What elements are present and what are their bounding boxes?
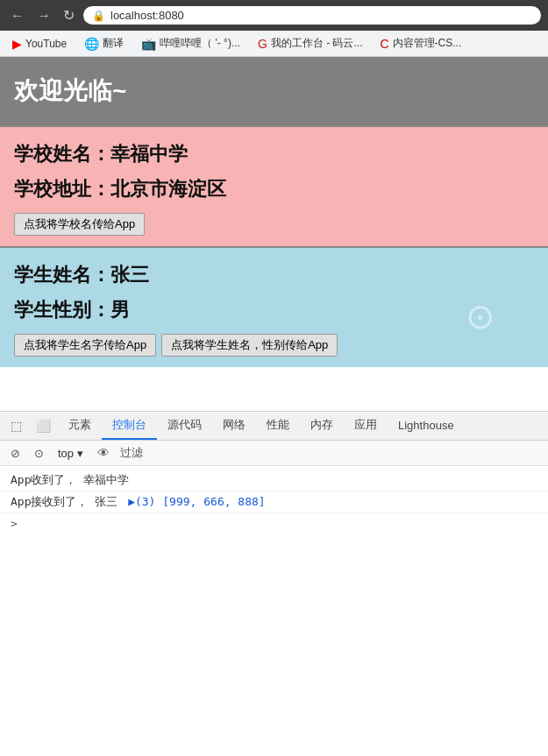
tab-network[interactable]: 网络 [212, 412, 256, 440]
inspect-element-button[interactable]: ⬚ [4, 413, 29, 438]
camera-watermark-icon: ⊙ [466, 296, 495, 336]
welcome-title: 欢迎光临~ [14, 74, 534, 108]
back-button[interactable]: ← [7, 6, 28, 25]
devtools-tabs: ⬚ ⬜ 元素 控制台 源代码 网络 性能 内存 应用 Lighthouse [0, 412, 548, 441]
filter-label: 过滤 [120, 445, 143, 461]
bookmark-label: 翻译 [103, 36, 124, 51]
empty-area [0, 367, 548, 411]
console-text-2a: App接收到了， 张三 [11, 494, 125, 510]
tab-performance[interactable]: 性能 [256, 412, 300, 440]
tab-application[interactable]: 应用 [344, 412, 388, 440]
bookmark-item-cms[interactable]: C 内容管理-CS... [374, 34, 466, 53]
page-content: 欢迎光临~ 学校姓名：幸福中学 学校地址：北京市海淀区 点我将学校名传给App … [0, 57, 548, 411]
bookmark-item-youtube[interactable]: ▶ YouTube [7, 35, 72, 53]
console-output: App收到了， 幸福中学 App接收到了， 张三 ▶(3) [999, 666,… [0, 466, 548, 537]
send-school-button[interactable]: 点我将学校名传给App [14, 213, 145, 236]
bookmark-item-bilibili[interactable]: 📺 哔哩哔哩（ '- °)... [136, 34, 246, 53]
student-section: 学生姓名：张三 学生性别：男 ⊙ 点我将学生名字传给App 点我将学生姓名，性别… [0, 246, 548, 367]
bookmark-label: YouTube [25, 38, 67, 50]
forward-button[interactable]: → [33, 6, 54, 25]
context-selector[interactable]: top ▾ [54, 445, 87, 462]
tab-memory[interactable]: 内存 [300, 412, 344, 440]
youtube-icon: ▶ [12, 37, 22, 51]
url-text: localhost:8080 [110, 9, 184, 22]
send-student-name-gender-button[interactable]: 点我将学生姓名，性别传给App [161, 334, 338, 357]
school-name-label: 学校姓名：幸福中学 [14, 141, 534, 167]
send-student-name-button[interactable]: 点我将学生名字传给App [14, 334, 156, 357]
bookmark-label: 哔哩哔哩（ '- °)... [160, 36, 240, 51]
bookmark-label: 内容管理-CS... [393, 36, 462, 51]
tab-elements[interactable]: 元素 [58, 412, 102, 440]
tab-sources[interactable]: 源代码 [157, 412, 212, 440]
devtools-toolbar: ⊘ ⊙ top ▾ 👁 过滤 [0, 441, 548, 466]
bilibili-icon: 📺 [141, 37, 156, 51]
console-line-1: App收到了， 幸福中学 [0, 470, 548, 491]
tab-console[interactable]: 控制台 [102, 412, 157, 440]
bookmark-item-translate[interactable]: 🌐 翻译 [79, 34, 129, 53]
devtools-panel: ⬚ ⬜ 元素 控制台 源代码 网络 性能 内存 应用 Lighthouse ⊘ … [0, 411, 548, 537]
address-bar[interactable]: 🔒 localhost:8080 [83, 6, 541, 25]
device-toolbar-button[interactable]: ⬜ [29, 413, 58, 438]
console-filter-button[interactable]: ⊙ [31, 445, 47, 462]
student-name-label: 学生姓名：张三 [14, 262, 534, 288]
bookmark-item-gitee[interactable]: G 我的工作台 - 码云... [253, 34, 368, 53]
tab-lighthouse[interactable]: Lighthouse [388, 413, 465, 439]
student-gender-label: 学生性别：男 [14, 297, 534, 323]
refresh-button[interactable]: ↻ [60, 5, 78, 25]
clear-console-button[interactable]: ⊘ [7, 445, 24, 462]
lock-icon: 🔒 [92, 10, 105, 22]
console-line-2: App接收到了， 张三 ▶(3) [999, 666, 888] [0, 491, 548, 513]
bookmark-bar: ▶ YouTube 🌐 翻译 📺 哔哩哔哩（ '- °)... G 我的工作台 … [0, 31, 548, 57]
console-text-2b: ▶(3) [999, 666, 888] [128, 495, 266, 508]
console-text-1: App收到了， 幸福中学 [11, 472, 129, 488]
gitee-icon: G [258, 37, 267, 51]
student-buttons: 点我将学生名字传给App 点我将学生姓名，性别传给App [14, 334, 534, 357]
school-addr-label: 学校地址：北京市海淀区 [14, 176, 534, 202]
bookmark-label: 我的工作台 - 码云... [271, 36, 363, 51]
browser-chrome: ← → ↻ 🔒 localhost:8080 [0, 0, 548, 31]
console-prompt[interactable]: > [0, 513, 548, 533]
school-section: 学校姓名：幸福中学 学校地址：北京市海淀区 点我将学校名传给App [0, 125, 548, 246]
translate-icon: 🌐 [84, 37, 99, 51]
cms-icon: C [380, 37, 388, 51]
eye-button[interactable]: 👁 [94, 444, 113, 462]
welcome-section: 欢迎光临~ [0, 57, 548, 125]
